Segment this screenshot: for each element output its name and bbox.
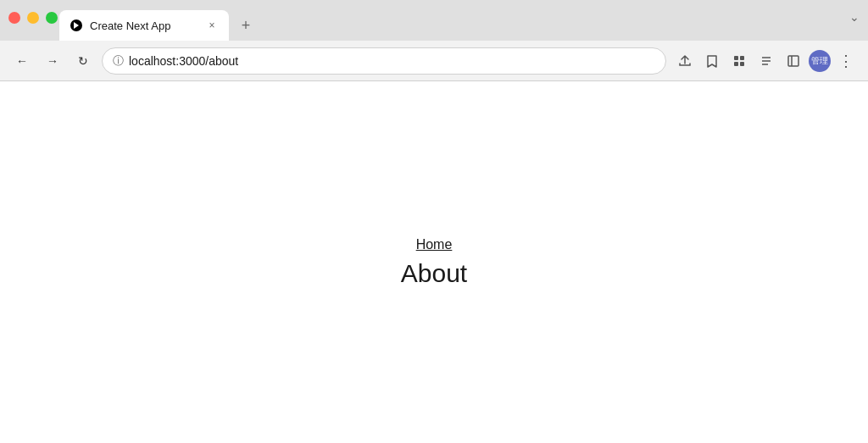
new-tab-button[interactable]: + <box>232 10 259 41</box>
minimize-window-button[interactable] <box>27 12 39 24</box>
bookmark-button[interactable] <box>700 49 724 73</box>
home-link[interactable]: Home <box>416 237 453 252</box>
svg-rect-4 <box>734 62 738 66</box>
address-bar[interactable]: ⓘ localhost:3000/about <box>102 47 666 75</box>
tab-title: Create Next App <box>90 19 198 32</box>
browser-window: Create Next App × + ⌄ ← → ↻ ⓘ localhost:… <box>0 0 868 443</box>
sidebar-button[interactable] <box>782 49 805 73</box>
tab-close-button[interactable]: × <box>205 19 219 32</box>
tab-bar: Create Next App × + ⌄ <box>0 0 868 41</box>
page-content: Home About <box>0 81 868 443</box>
lock-icon: ⓘ <box>113 53 124 69</box>
extensions-button[interactable] <box>727 49 751 73</box>
tab-favicon-icon <box>70 19 83 32</box>
url-text: localhost:3000/about <box>129 54 655 68</box>
share-button[interactable] <box>673 49 697 73</box>
svg-rect-5 <box>740 62 744 66</box>
profile-avatar[interactable]: 管理 <box>809 50 831 72</box>
reading-list-button[interactable] <box>754 49 778 73</box>
nav-actions: 管理 ⋮ <box>673 49 858 73</box>
window-controls <box>8 12 58 24</box>
svg-rect-3 <box>740 56 744 60</box>
more-button[interactable]: ⋮ <box>834 49 858 73</box>
svg-rect-2 <box>734 56 738 60</box>
nav-bar: ← → ↻ ⓘ localhost:3000/about <box>0 41 868 81</box>
svg-rect-9 <box>788 56 798 66</box>
maximize-window-button[interactable] <box>46 12 58 24</box>
page-heading: About <box>401 259 467 288</box>
tab-dropdown-button[interactable]: ⌄ <box>849 10 860 24</box>
reload-button[interactable]: ↻ <box>71 49 95 73</box>
forward-button[interactable]: → <box>41 49 64 73</box>
close-window-button[interactable] <box>8 12 20 24</box>
back-button[interactable]: ← <box>10 49 34 73</box>
active-tab[interactable]: Create Next App × <box>59 10 229 41</box>
